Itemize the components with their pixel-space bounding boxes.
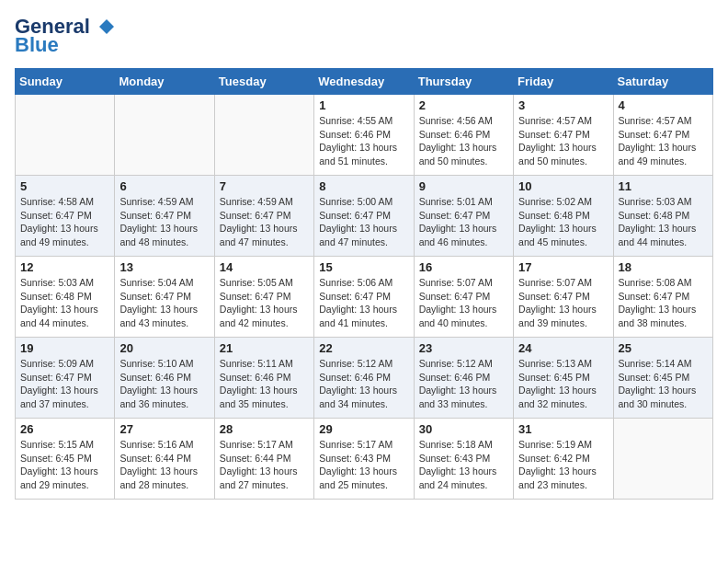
calendar-day-cell: 11Sunrise: 5:03 AM Sunset: 6:48 PM Dayli… <box>613 176 712 257</box>
page-header: General Blue <box>15 15 713 57</box>
day-number: 20 <box>119 341 209 355</box>
calendar-day-cell: 15Sunrise: 5:06 AM Sunset: 6:47 PM Dayli… <box>314 257 414 338</box>
calendar-day-cell: 14Sunrise: 5:05 AM Sunset: 6:47 PM Dayli… <box>214 257 313 338</box>
day-number: 6 <box>119 179 209 193</box>
col-header-friday: Friday <box>514 69 613 95</box>
calendar-day-cell: 29Sunrise: 5:17 AM Sunset: 6:43 PM Dayli… <box>314 419 414 500</box>
day-info: Sunrise: 5:18 AM Sunset: 6:43 PM Dayligh… <box>419 438 508 492</box>
calendar-day-cell: 31Sunrise: 5:19 AM Sunset: 6:42 PM Dayli… <box>514 419 613 500</box>
day-info: Sunrise: 4:55 AM Sunset: 6:46 PM Dayligh… <box>319 114 408 168</box>
svg-marker-0 <box>99 19 114 34</box>
calendar-day-cell: 27Sunrise: 5:16 AM Sunset: 6:44 PM Dayli… <box>115 419 214 500</box>
day-info: Sunrise: 5:15 AM Sunset: 6:45 PM Dayligh… <box>20 438 109 492</box>
day-number: 13 <box>119 260 209 274</box>
day-number: 25 <box>619 341 708 355</box>
calendar-week-row: 5Sunrise: 4:58 AM Sunset: 6:47 PM Daylig… <box>16 176 713 257</box>
day-info: Sunrise: 4:59 AM Sunset: 6:47 PM Dayligh… <box>119 195 209 249</box>
day-number: 31 <box>518 422 608 436</box>
calendar-week-row: 26Sunrise: 5:15 AM Sunset: 6:45 PM Dayli… <box>16 419 713 500</box>
day-number: 14 <box>220 260 309 274</box>
day-info: Sunrise: 5:06 AM Sunset: 6:47 PM Dayligh… <box>319 276 408 330</box>
calendar-day-cell: 26Sunrise: 5:15 AM Sunset: 6:45 PM Dayli… <box>16 419 115 500</box>
calendar-day-cell: 22Sunrise: 5:12 AM Sunset: 6:46 PM Dayli… <box>314 338 414 419</box>
day-info: Sunrise: 5:00 AM Sunset: 6:47 PM Dayligh… <box>319 195 408 249</box>
day-number: 28 <box>220 422 309 436</box>
calendar-week-row: 12Sunrise: 5:03 AM Sunset: 6:48 PM Dayli… <box>16 257 713 338</box>
calendar-day-cell: 6Sunrise: 4:59 AM Sunset: 6:47 PM Daylig… <box>115 176 214 257</box>
day-info: Sunrise: 5:01 AM Sunset: 6:47 PM Dayligh… <box>419 195 508 249</box>
day-info: Sunrise: 5:08 AM Sunset: 6:47 PM Dayligh… <box>619 276 708 330</box>
day-info: Sunrise: 5:07 AM Sunset: 6:47 PM Dayligh… <box>419 276 508 330</box>
day-info: Sunrise: 4:56 AM Sunset: 6:46 PM Dayligh… <box>419 114 508 168</box>
logo-bird-icon <box>94 17 114 37</box>
calendar-day-cell: 1Sunrise: 4:55 AM Sunset: 6:46 PM Daylig… <box>314 95 414 176</box>
calendar-week-row: 1Sunrise: 4:55 AM Sunset: 6:46 PM Daylig… <box>16 95 713 176</box>
calendar-day-cell: 7Sunrise: 4:59 AM Sunset: 6:47 PM Daylig… <box>214 176 313 257</box>
day-info: Sunrise: 4:58 AM Sunset: 6:47 PM Dayligh… <box>20 195 109 249</box>
day-info: Sunrise: 5:13 AM Sunset: 6:45 PM Dayligh… <box>518 357 608 411</box>
day-info: Sunrise: 4:57 AM Sunset: 6:47 PM Dayligh… <box>619 114 708 168</box>
calendar-day-cell: 2Sunrise: 4:56 AM Sunset: 6:46 PM Daylig… <box>414 95 513 176</box>
day-info: Sunrise: 5:10 AM Sunset: 6:46 PM Dayligh… <box>119 357 209 411</box>
calendar-empty-cell <box>16 95 115 176</box>
calendar-day-cell: 3Sunrise: 4:57 AM Sunset: 6:47 PM Daylig… <box>514 95 613 176</box>
day-number: 7 <box>220 179 309 193</box>
calendar-day-cell: 24Sunrise: 5:13 AM Sunset: 6:45 PM Dayli… <box>514 338 613 419</box>
calendar-empty-cell <box>214 95 313 176</box>
day-number: 29 <box>319 422 408 436</box>
day-number: 17 <box>518 260 608 274</box>
day-number: 22 <box>319 341 408 355</box>
calendar-empty-cell <box>613 419 712 500</box>
calendar-header-row: SundayMondayTuesdayWednesdayThursdayFrid… <box>16 69 713 95</box>
col-header-monday: Monday <box>115 69 214 95</box>
day-info: Sunrise: 5:03 AM Sunset: 6:48 PM Dayligh… <box>619 195 708 249</box>
day-info: Sunrise: 5:14 AM Sunset: 6:45 PM Dayligh… <box>619 357 708 411</box>
day-number: 15 <box>319 260 408 274</box>
day-info: Sunrise: 5:17 AM Sunset: 6:44 PM Dayligh… <box>220 438 309 492</box>
col-header-wednesday: Wednesday <box>314 69 414 95</box>
day-info: Sunrise: 5:05 AM Sunset: 6:47 PM Dayligh… <box>220 276 309 330</box>
calendar-day-cell: 12Sunrise: 5:03 AM Sunset: 6:48 PM Dayli… <box>16 257 115 338</box>
calendar-day-cell: 16Sunrise: 5:07 AM Sunset: 6:47 PM Dayli… <box>414 257 513 338</box>
day-number: 9 <box>419 179 508 193</box>
logo-blue-text: Blue <box>15 33 59 57</box>
day-number: 2 <box>419 98 508 112</box>
calendar-table: SundayMondayTuesdayWednesdayThursdayFrid… <box>15 68 713 500</box>
calendar-day-cell: 9Sunrise: 5:01 AM Sunset: 6:47 PM Daylig… <box>414 176 513 257</box>
calendar-day-cell: 8Sunrise: 5:00 AM Sunset: 6:47 PM Daylig… <box>314 176 414 257</box>
calendar-day-cell: 28Sunrise: 5:17 AM Sunset: 6:44 PM Dayli… <box>214 419 313 500</box>
day-number: 3 <box>518 98 608 112</box>
day-info: Sunrise: 5:19 AM Sunset: 6:42 PM Dayligh… <box>518 438 608 492</box>
day-number: 1 <box>319 98 408 112</box>
calendar-week-row: 19Sunrise: 5:09 AM Sunset: 6:47 PM Dayli… <box>16 338 713 419</box>
calendar-empty-cell <box>115 95 214 176</box>
logo: General Blue <box>15 15 114 57</box>
day-number: 11 <box>619 179 708 193</box>
calendar-day-cell: 10Sunrise: 5:02 AM Sunset: 6:48 PM Dayli… <box>514 176 613 257</box>
day-info: Sunrise: 5:03 AM Sunset: 6:48 PM Dayligh… <box>20 276 109 330</box>
calendar-day-cell: 18Sunrise: 5:08 AM Sunset: 6:47 PM Dayli… <box>613 257 712 338</box>
day-number: 26 <box>20 422 109 436</box>
day-number: 21 <box>220 341 309 355</box>
calendar-day-cell: 25Sunrise: 5:14 AM Sunset: 6:45 PM Dayli… <box>613 338 712 419</box>
day-number: 24 <box>518 341 608 355</box>
day-number: 30 <box>419 422 508 436</box>
calendar-day-cell: 4Sunrise: 4:57 AM Sunset: 6:47 PM Daylig… <box>613 95 712 176</box>
day-info: Sunrise: 4:59 AM Sunset: 6:47 PM Dayligh… <box>220 195 309 249</box>
day-info: Sunrise: 5:17 AM Sunset: 6:43 PM Dayligh… <box>319 438 408 492</box>
calendar-day-cell: 5Sunrise: 4:58 AM Sunset: 6:47 PM Daylig… <box>16 176 115 257</box>
calendar-day-cell: 13Sunrise: 5:04 AM Sunset: 6:47 PM Dayli… <box>115 257 214 338</box>
day-number: 8 <box>319 179 408 193</box>
calendar-day-cell: 21Sunrise: 5:11 AM Sunset: 6:46 PM Dayli… <box>214 338 313 419</box>
day-info: Sunrise: 5:02 AM Sunset: 6:48 PM Dayligh… <box>518 195 608 249</box>
calendar-day-cell: 19Sunrise: 5:09 AM Sunset: 6:47 PM Dayli… <box>16 338 115 419</box>
day-number: 10 <box>518 179 608 193</box>
col-header-thursday: Thursday <box>414 69 513 95</box>
day-number: 27 <box>119 422 209 436</box>
day-number: 4 <box>619 98 708 112</box>
day-info: Sunrise: 5:07 AM Sunset: 6:47 PM Dayligh… <box>518 276 608 330</box>
day-number: 5 <box>20 179 109 193</box>
calendar-day-cell: 23Sunrise: 5:12 AM Sunset: 6:46 PM Dayli… <box>414 338 513 419</box>
day-info: Sunrise: 5:04 AM Sunset: 6:47 PM Dayligh… <box>119 276 209 330</box>
calendar-day-cell: 30Sunrise: 5:18 AM Sunset: 6:43 PM Dayli… <box>414 419 513 500</box>
